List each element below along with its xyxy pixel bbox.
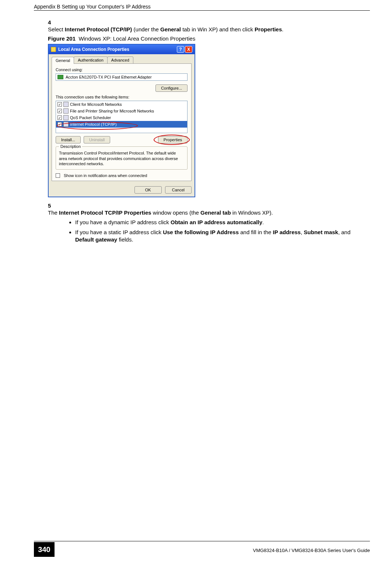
- show-icon-label: Show icon in notification area when conn…: [64, 173, 147, 178]
- connect-using-label: Connect using:: [56, 67, 188, 72]
- page-number: 340: [34, 542, 55, 557]
- list-item[interactable]: ✓ File and Printer Sharing for Microsoft…: [56, 108, 187, 114]
- checkbox-icon[interactable]: ✓: [57, 115, 62, 120]
- close-icon[interactable]: X: [185, 46, 192, 53]
- tab-advanced[interactable]: Advanced: [107, 56, 133, 63]
- tab-general[interactable]: General: [52, 57, 74, 64]
- window-icon: [51, 47, 56, 52]
- uninstall-button: Uninstall: [84, 136, 110, 143]
- list-item-label: Client for Microsoft Networks: [70, 102, 122, 107]
- install-button[interactable]: Install...: [56, 136, 81, 143]
- step-5: 5 The Internet Protocol TCP/IP Propertie…: [48, 202, 370, 216]
- list-item-selected[interactable]: ✓ Internet Protocol (TCP/IP): [56, 121, 187, 128]
- dialog-footer: OK Cancel: [49, 184, 195, 197]
- checkbox-icon[interactable]: ✓: [57, 102, 62, 107]
- figure-caption: Figure 201 Windows XP: Local Area Connec…: [48, 35, 370, 42]
- component-icon: [63, 108, 69, 114]
- ok-button[interactable]: OK: [134, 186, 162, 194]
- footer-rule: [34, 541, 370, 541]
- tab-authentication[interactable]: Authentication: [74, 56, 108, 63]
- nic-icon: [57, 75, 63, 79]
- list-item-label: Internet Protocol (TCP/IP): [70, 122, 117, 126]
- description-legend: Description: [59, 144, 82, 149]
- lan-properties-dialog: Local Area Connection Properties ? X Gen…: [48, 44, 195, 197]
- checkbox-icon[interactable]: ✓: [57, 109, 62, 113]
- component-icon: [63, 122, 69, 127]
- configure-button[interactable]: Configure...: [155, 84, 188, 92]
- checkbox-icon[interactable]: ✓: [57, 122, 62, 126]
- component-icon: [63, 115, 69, 120]
- list-item[interactable]: ✓ Client for Microsoft Networks: [56, 101, 187, 108]
- list-item-label: QoS Packet Scheduler: [70, 115, 111, 120]
- bullet-list: If you have a dynamic IP address click O…: [69, 219, 370, 243]
- list-item-label: File and Printer Sharing for Microsoft N…: [70, 109, 154, 113]
- footer-guide: VMG8324-B10A / VMG8324-B30A Series User'…: [253, 548, 370, 553]
- items-label: This connection uses the following items…: [56, 95, 188, 99]
- bullet-item: If you have a dynamic IP address click O…: [75, 219, 370, 226]
- step-text: Select Internet Protocol (TCP/IP) (under…: [48, 26, 358, 33]
- header-rule: [34, 10, 370, 11]
- adapter-field: Accton EN1207D-TX PCI Fast Ethernet Adap…: [56, 73, 188, 81]
- show-icon-row[interactable]: Show icon in notification area when conn…: [56, 173, 188, 178]
- running-header: Appendix B Setting up Your Computer's IP…: [34, 4, 151, 10]
- step-text: The Internet Protocol TCP/IP Properties …: [48, 209, 358, 216]
- dialog-titlebar: Local Area Connection Properties ? X: [49, 45, 195, 54]
- step-number: 5: [48, 202, 58, 209]
- cancel-button[interactable]: Cancel: [165, 186, 192, 194]
- properties-button[interactable]: Properties: [158, 136, 188, 143]
- dialog-panel: Connect using: Accton EN1207D-TX PCI Fas…: [52, 63, 192, 181]
- step-4: 4 Select Internet Protocol (TCP/IP) (und…: [48, 19, 370, 33]
- checkbox-icon[interactable]: [56, 173, 60, 178]
- component-buttons: Install... Uninstall Properties: [56, 136, 188, 143]
- components-listbox[interactable]: ✓ Client for Microsoft Networks ✓ File a…: [56, 101, 188, 133]
- description-text: Transmission Control Protocol/Internet P…: [59, 151, 178, 166]
- component-icon: [63, 102, 69, 107]
- list-item[interactable]: ✓ QoS Packet Scheduler: [56, 114, 187, 121]
- bullet-item: If you have a static IP address click Us…: [75, 229, 370, 244]
- help-icon[interactable]: ?: [177, 46, 184, 53]
- dialog-tabs: General Authentication Advanced: [52, 56, 195, 63]
- dialog-title: Local Area Connection Properties: [58, 47, 129, 52]
- description-group: Description Transmission Control Protoco…: [56, 146, 188, 170]
- step-number: 4: [48, 19, 58, 25]
- adapter-name: Accton EN1207D-TX PCI Fast Ethernet Adap…: [66, 75, 152, 79]
